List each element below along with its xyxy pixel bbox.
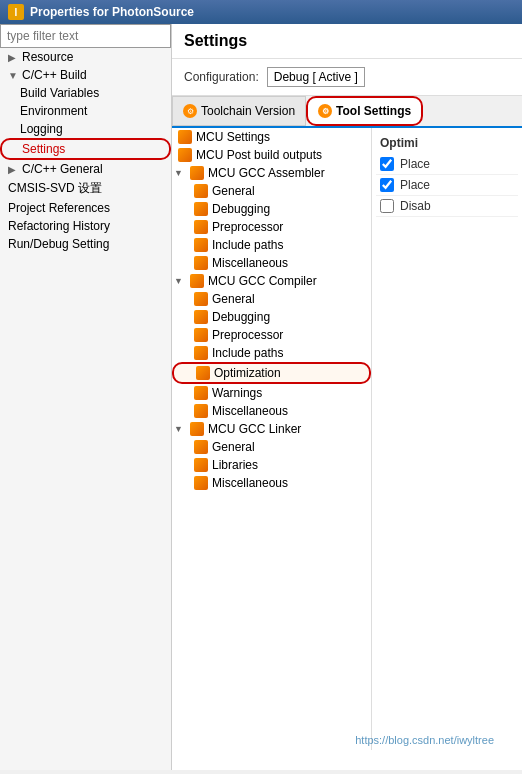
tab-tool-settings[interactable]: ⚙ Tool Settings [306,96,423,126]
prop-checkbox-place1[interactable] [380,157,394,171]
sidebar-item-cpp-general[interactable]: C/C++ General [0,160,171,178]
content-split: MCU Settings MCU Post build outputs ▼ [172,128,522,750]
settings-item-icon [194,328,208,342]
node-label: Debugging [212,202,270,216]
node-label: General [212,440,255,454]
sidebar-item-cpp-build[interactable]: C/C++ Build [0,66,171,84]
node-compiler-warnings[interactable]: Warnings [172,384,371,402]
node-label: Preprocessor [212,328,283,342]
sidebar-item-label: Refactoring History [8,219,110,233]
settings-item-icon [194,184,208,198]
toolchain-icon: ⚙ [183,104,197,118]
prop-row-place1: Place [376,154,518,175]
sidebar-item-label: C/C++ General [22,162,103,176]
node-assembler-include-paths[interactable]: Include paths [172,236,371,254]
prop-row-place2: Place [376,175,518,196]
node-assembler-general[interactable]: General [172,182,371,200]
node-mcu-settings[interactable]: MCU Settings [172,128,371,146]
settings-title: Settings [172,24,522,59]
arrow-icon [8,164,18,175]
settings-item-icon [190,274,204,288]
settings-item-icon [194,440,208,454]
settings-item-icon [194,458,208,472]
node-linker-general[interactable]: General [172,438,371,456]
props-panel: Optimi Place Place Disab [372,128,522,750]
node-label: Warnings [212,386,262,400]
node-label: MCU GCC Linker [208,422,301,436]
tab-toolchain[interactable]: ⚙ Toolchain Version [172,96,306,126]
settings-item-icon [194,386,208,400]
expand-icon[interactable]: ▼ [174,424,186,434]
sidebar-item-label: Resource [22,50,73,64]
tab-toolchain-label: Toolchain Version [201,104,295,118]
settings-item-icon [190,166,204,180]
node-label: MCU GCC Compiler [208,274,317,288]
settings-item-icon [194,346,208,360]
prop-checkbox-place2[interactable] [380,178,394,192]
arrow-icon [8,52,18,63]
app-icon: I [8,4,24,20]
settings-item-icon [190,422,204,436]
node-label: Include paths [212,238,283,252]
node-assembler-preprocessor[interactable]: Preprocessor [172,218,371,236]
props-title: Optimi [376,132,518,154]
node-label: MCU GCC Assembler [208,166,325,180]
node-label: MCU Settings [196,130,270,144]
tabs-bar: ⚙ Toolchain Version ⚙ Tool Settings [172,96,522,128]
node-mcu-gcc-compiler[interactable]: ▼ MCU GCC Compiler [172,272,371,290]
sidebar-item-label: Logging [20,122,63,136]
config-bar: Configuration: Debug [ Active ] [172,59,522,96]
node-mcu-post-build[interactable]: MCU Post build outputs [172,146,371,164]
node-mcu-gcc-assembler[interactable]: ▼ MCU GCC Assembler [172,164,371,182]
node-linker-libraries[interactable]: Libraries [172,456,371,474]
sidebar-item-label: Build Variables [20,86,99,100]
node-compiler-miscellaneous[interactable]: Miscellaneous [172,402,371,420]
sidebar-item-run-debug[interactable]: Run/Debug Setting [0,235,171,253]
node-compiler-optimization[interactable]: Optimization [172,362,371,384]
node-compiler-preprocessor[interactable]: Preprocessor [172,326,371,344]
sidebar-item-settings[interactable]: Settings [0,138,171,160]
sidebar-item-label: Environment [20,104,87,118]
node-label: Debugging [212,310,270,324]
node-label: Optimization [214,366,281,380]
settings-item-icon [194,202,208,216]
node-linker-miscellaneous[interactable]: Miscellaneous [172,474,371,492]
settings-item-icon [196,366,210,380]
watermark: https://blog.csdn.net/iwyltree [172,730,502,750]
sidebar-item-build-variables[interactable]: Build Variables [0,84,171,102]
config-label: Configuration: [184,70,259,84]
node-assembler-debugging[interactable]: Debugging [172,200,371,218]
node-mcu-gcc-linker[interactable]: ▼ MCU GCC Linker [172,420,371,438]
node-compiler-general[interactable]: General [172,290,371,308]
node-label: Miscellaneous [212,476,288,490]
sidebar-item-environment[interactable]: Environment [0,102,171,120]
expand-icon[interactable]: ▼ [174,168,186,178]
sidebar-item-refactoring-history[interactable]: Refactoring History [0,217,171,235]
settings-item-icon [178,130,192,144]
sidebar-item-label: C/C++ Build [22,68,87,82]
settings-item-icon [194,292,208,306]
node-label: General [212,292,255,306]
config-value: Debug [ Active ] [267,67,365,87]
prop-label-disab: Disab [400,199,514,213]
sidebar-item-project-references[interactable]: Project References [0,199,171,217]
sidebar-item-cmsis-svd[interactable]: CMSIS-SVD 设置 [0,178,171,199]
sidebar-item-resource[interactable]: Resource [0,48,171,66]
expand-icon[interactable]: ▼ [174,276,186,286]
node-compiler-include-paths[interactable]: Include paths [172,344,371,362]
settings-item-icon [178,148,192,162]
node-label: MCU Post build outputs [196,148,322,162]
tab-tool-settings-label: Tool Settings [336,104,411,118]
prop-label-place2: Place [400,178,514,192]
prop-row-disab: Disab [376,196,518,217]
sidebar-item-logging[interactable]: Logging [0,120,171,138]
prop-checkbox-disab[interactable] [380,199,394,213]
settings-item-icon [194,310,208,324]
node-assembler-miscellaneous[interactable]: Miscellaneous [172,254,371,272]
node-compiler-debugging[interactable]: Debugging [172,308,371,326]
sidebar-item-label: Run/Debug Setting [8,237,109,251]
settings-item-icon [194,476,208,490]
filter-input[interactable] [0,24,171,48]
settings-item-icon [194,220,208,234]
sidebar-item-label: Settings [22,142,65,156]
